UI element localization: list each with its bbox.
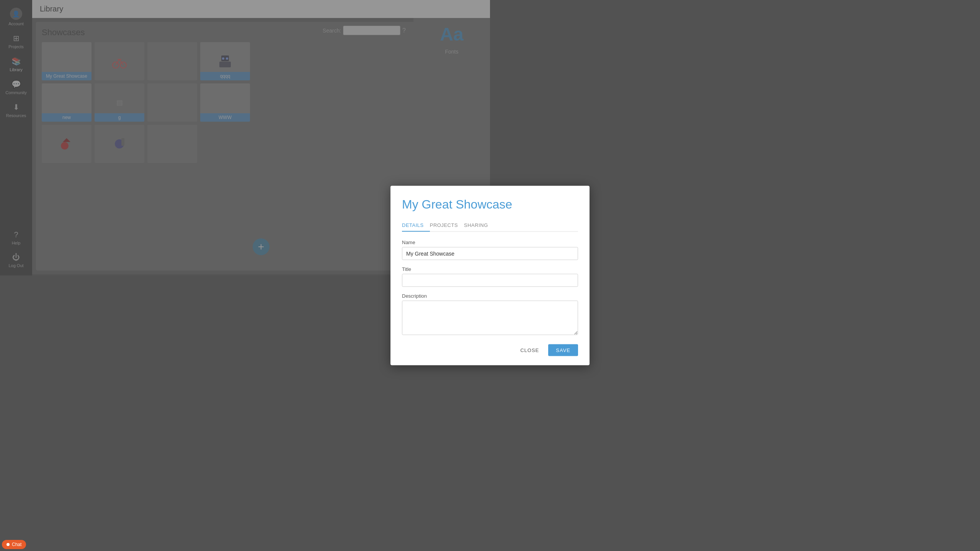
showcase-edit-modal: My Great Showcase DETAILS PROJECTS SHARI… bbox=[390, 186, 490, 276]
tab-projects[interactable]: PROJECTS bbox=[430, 219, 464, 232]
name-label: Name bbox=[402, 240, 490, 245]
tab-sharing[interactable]: SHARING bbox=[464, 219, 490, 232]
title-input[interactable] bbox=[402, 274, 490, 276]
modal-title: My Great Showcase bbox=[402, 197, 490, 212]
name-field-group: Name bbox=[402, 240, 490, 260]
tab-details[interactable]: DETAILS bbox=[402, 219, 430, 232]
name-input[interactable] bbox=[402, 247, 490, 260]
title-field-group: Title bbox=[402, 266, 490, 276]
modal-tabs: DETAILS PROJECTS SHARING bbox=[402, 219, 490, 232]
title-label: Title bbox=[402, 266, 490, 272]
